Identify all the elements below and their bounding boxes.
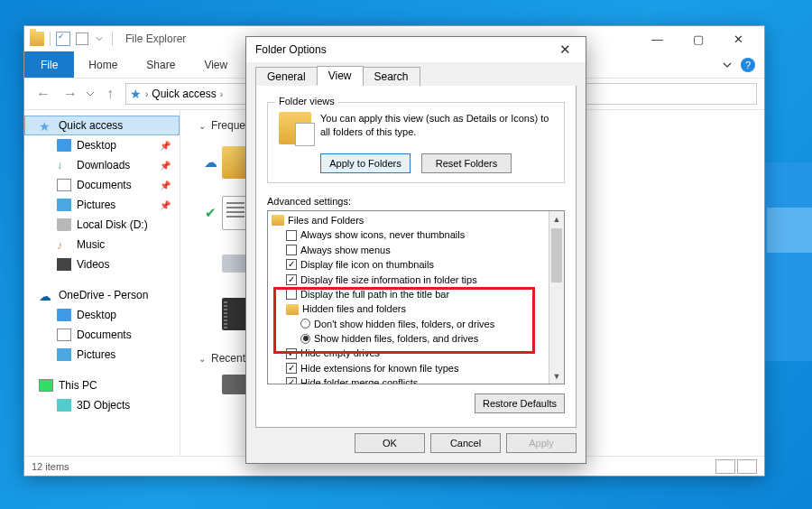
tab-file[interactable]: File (24, 51, 74, 78)
qat-chevron-icon[interactable] (96, 35, 103, 42)
dialog-tabs: General View Search (246, 62, 586, 86)
tree-folder[interactable]: Hidden files and folders (272, 301, 545, 316)
tree-item[interactable]: ✓Hide empty drives (272, 347, 545, 361)
tree-item[interactable]: Always show icons, never thumbnails (272, 227, 545, 242)
tree-item[interactable]: ✓Hide folder merge conflicts (272, 375, 545, 384)
sidebar-item-quick-access[interactable]: Quick access (24, 116, 180, 135)
checkbox-icon[interactable] (286, 289, 297, 300)
sidebar-item-local-disk[interactable]: Local Disk (D:) (24, 215, 180, 235)
tree-item[interactable]: Always show menus (272, 243, 545, 257)
quick-access-toolbar: File Explorer (30, 32, 186, 46)
sidebar-item-od-pictures[interactable]: Pictures (24, 345, 180, 365)
pin-icon: 📌 (160, 200, 171, 210)
sidebar-item-documents[interactable]: Documents📌 (24, 175, 180, 195)
properties-icon[interactable] (56, 32, 70, 46)
scroll-thumb[interactable] (551, 228, 562, 282)
scrollbar[interactable]: ▲ ▼ (549, 211, 564, 384)
nav-up-button[interactable]: ↑ (98, 82, 122, 106)
sidebar-item-pictures[interactable]: Pictures📌 (24, 195, 180, 215)
advanced-label: Advanced settings: (267, 196, 565, 207)
sidebar-item-label: Documents (77, 329, 132, 341)
folder-icon (286, 304, 299, 315)
tab-home[interactable]: Home (74, 51, 132, 78)
sidebar-item-desktop[interactable]: Desktop📌 (24, 135, 180, 155)
new-folder-icon[interactable] (76, 32, 88, 45)
restore-defaults-button[interactable]: Restore Defaults (475, 393, 565, 413)
cancel-button[interactable]: Cancel (430, 433, 501, 453)
tree-label: Always show menus (300, 243, 391, 258)
ok-button[interactable]: OK (355, 433, 425, 453)
download-icon (57, 159, 71, 171)
tree-item[interactable]: ✓Hide extensions for known file types (272, 361, 545, 375)
minimize-button[interactable]: — (637, 26, 678, 51)
tree-label: Always show icons, never thumbnails (300, 227, 465, 243)
scroll-down-button[interactable]: ▼ (549, 368, 564, 384)
tab-search[interactable]: Search (363, 67, 420, 87)
tree-label: Hide folder merge conflicts (300, 375, 418, 384)
sidebar-item-od-desktop[interactable]: Desktop (24, 305, 180, 325)
tree-item-radio[interactable]: Show hidden files, folders, and drives (272, 331, 545, 346)
tree-label: Don't show hidden files, folders, or dri… (314, 317, 494, 332)
close-button[interactable]: ✕ (718, 26, 759, 51)
nav-pane[interactable]: Quick access Desktop📌 Downloads📌 Documen… (24, 110, 180, 456)
apply-button[interactable]: Apply (506, 433, 577, 453)
checkbox-icon[interactable]: ✓ (286, 363, 297, 374)
sidebar-item-music[interactable]: Music (24, 235, 180, 255)
sidebar-item-downloads[interactable]: Downloads📌 (24, 155, 180, 175)
ribbon-chevron-icon[interactable] (723, 60, 732, 69)
tab-share[interactable]: Share (132, 51, 189, 78)
checkbox-icon[interactable] (286, 245, 297, 255)
advanced-tree[interactable]: Files and Folders Always show icons, nev… (268, 211, 549, 384)
tree-label: Display file size information in folder … (300, 273, 477, 288)
checkbox-icon[interactable]: ✓ (286, 348, 297, 359)
sidebar-item-this-pc[interactable]: This PC (24, 375, 180, 395)
dialog-titlebar[interactable]: Folder Options ✕ (246, 37, 586, 62)
tree-label: Files and Folders (288, 213, 364, 228)
sidebar-item-od-documents[interactable]: Documents (24, 325, 180, 345)
dialog-close-button[interactable]: ✕ (553, 42, 577, 58)
tab-view[interactable]: View (189, 51, 242, 78)
section-label: Freque (211, 119, 245, 132)
checkbox-icon[interactable] (286, 230, 297, 241)
advanced-settings-box: Files and Folders Always show icons, nev… (267, 210, 565, 384)
sidebar-item-videos[interactable]: Videos (24, 255, 180, 274)
tree-item[interactable]: ✓Display file icon on thumbnails (272, 257, 545, 272)
maximize-button[interactable]: ▢ (678, 26, 718, 51)
chevron-down-icon: ⌄ (198, 121, 206, 131)
tab-view[interactable]: View (317, 66, 364, 86)
sidebar-item-label: Music (77, 238, 105, 251)
sidebar-item-label: Local Disk (D:) (77, 218, 148, 231)
tab-general[interactable]: General (255, 67, 318, 87)
tree-label: Hide extensions for known file types (300, 361, 458, 376)
pin-icon: 📌 (160, 161, 171, 171)
apply-to-folders-button[interactable]: Apply to Folders (320, 153, 411, 173)
scroll-up-button[interactable]: ▲ (549, 211, 564, 227)
sync-cloud-icon: ☁ (198, 154, 222, 171)
nav-forward-button[interactable]: → (59, 82, 82, 106)
chevron-down-icon: ⌄ (198, 354, 206, 364)
checkbox-icon[interactable]: ✓ (286, 274, 297, 285)
checkbox-icon[interactable]: ✓ (286, 377, 297, 384)
history-chevron-icon[interactable] (86, 89, 95, 98)
radio-icon[interactable] (300, 319, 310, 329)
help-icon[interactable]: ? (741, 58, 755, 72)
checkbox-icon[interactable]: ✓ (286, 259, 297, 270)
sidebar-item-label: This PC (59, 379, 97, 392)
nav-back-button[interactable]: ← (32, 82, 55, 106)
dialog-footer: OK Cancel Apply (246, 433, 586, 462)
crumb-text: Quick access (152, 88, 216, 100)
sync-check-icon: ✔ (198, 205, 222, 221)
tree-item[interactable]: Display the full path in the title bar (272, 287, 545, 301)
tree-label: Display file icon on thumbnails (300, 257, 434, 273)
view-details-button[interactable] (715, 459, 735, 474)
view-large-button[interactable] (737, 459, 757, 474)
sidebar-item-label: Pictures (77, 348, 115, 361)
tree-item[interactable]: ✓Display file size information in folder… (272, 273, 545, 287)
radio-icon[interactable] (300, 334, 310, 344)
sidebar-item-3d-objects[interactable]: 3D Objects (24, 395, 180, 415)
reset-folders-button[interactable]: Reset Folders (421, 153, 512, 173)
tree-root[interactable]: Files and Folders (272, 213, 545, 227)
desktop-accent (758, 162, 812, 361)
sidebar-item-onedrive[interactable]: OneDrive - Person (24, 285, 180, 305)
tree-item-radio[interactable]: Don't show hidden files, folders, or dri… (272, 317, 545, 331)
